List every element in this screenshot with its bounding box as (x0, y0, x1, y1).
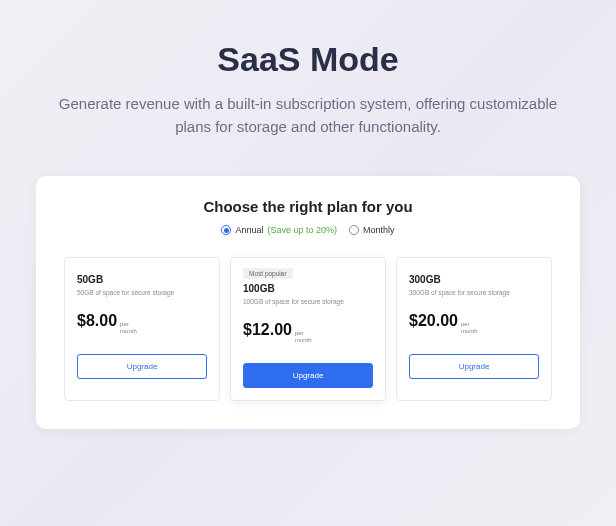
price: $20.00 permonth (409, 312, 539, 334)
plan-300gb: 300GB 300GB of space for secure storage … (396, 257, 552, 401)
radio-icon (221, 225, 231, 235)
plan-name: 50GB (77, 274, 207, 285)
plan-50gb: 50GB 50GB of space for secure storage $8… (64, 257, 220, 401)
toggle-annual[interactable]: Annual (Save up to 20%) (221, 225, 337, 235)
plan-desc: 300GB of space for secure storage (409, 289, 539, 296)
price-period: permonth (120, 321, 137, 334)
save-badge: (Save up to 20%) (267, 225, 337, 235)
price-value: $12.00 (243, 321, 292, 339)
radio-icon (349, 225, 359, 235)
toggle-monthly[interactable]: Monthly (349, 225, 395, 235)
card-title: Choose the right plan for you (64, 198, 552, 215)
pricing-card: Choose the right plan for you Annual (Sa… (36, 176, 580, 429)
page-subtitle: Generate revenue with a built-in subscri… (58, 93, 558, 138)
upgrade-button[interactable]: Upgrade (409, 354, 539, 379)
upgrade-button[interactable]: Upgrade (243, 363, 373, 388)
price-period: permonth (295, 330, 312, 343)
upgrade-button[interactable]: Upgrade (77, 354, 207, 379)
plan-name: 100GB (243, 283, 373, 294)
toggle-monthly-label: Monthly (363, 225, 395, 235)
popular-badge: Most popular (243, 268, 293, 279)
plan-100gb: Most popular 100GB 100GB of space for se… (230, 257, 386, 401)
billing-toggle: Annual (Save up to 20%) Monthly (64, 225, 552, 235)
price-value: $20.00 (409, 312, 458, 330)
price-value: $8.00 (77, 312, 117, 330)
toggle-annual-label: Annual (235, 225, 263, 235)
price-period: permonth (461, 321, 478, 334)
plan-desc: 50GB of space for secure storage (77, 289, 207, 296)
price: $12.00 permonth (243, 321, 373, 343)
plan-list: 50GB 50GB of space for secure storage $8… (64, 257, 552, 401)
plan-desc: 100GB of space for secure storage (243, 298, 373, 305)
plan-name: 300GB (409, 274, 539, 285)
price: $8.00 permonth (77, 312, 207, 334)
page-title: SaaS Mode (30, 40, 586, 79)
